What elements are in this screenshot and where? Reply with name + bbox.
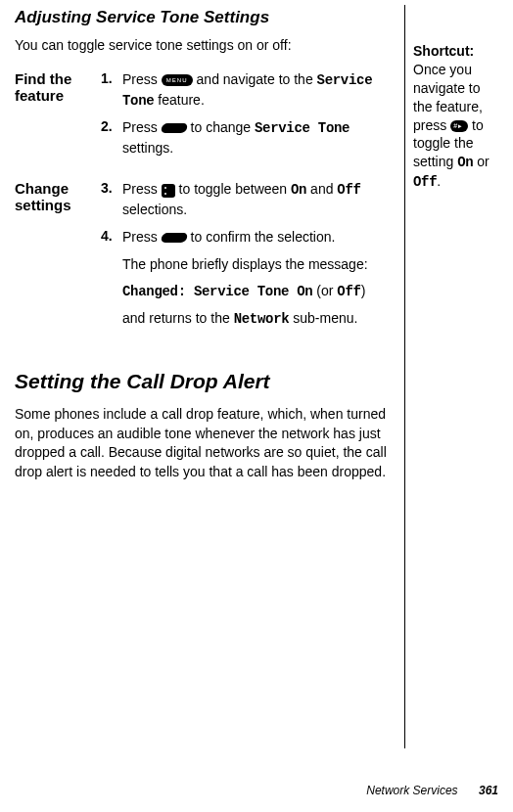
step-1: 1. Press MENU and navigate to the Servic… xyxy=(101,70,390,111)
step-2-num: 2. xyxy=(101,118,122,158)
step-3: 3. Press to toggle between On and Off se… xyxy=(101,180,390,219)
heading-call-drop: Setting the Call Drop Alert xyxy=(15,370,390,393)
shortcut-heading: Shortcut: xyxy=(413,43,474,59)
step-4-text: Press to confirm the selection. xyxy=(122,228,390,248)
change-settings-label: Change settings xyxy=(15,180,101,336)
main-column: Adjusting Service Tone Settings You can … xyxy=(15,8,404,751)
footer-section: Network Services xyxy=(366,784,457,797)
step-3-num: 3. xyxy=(101,180,122,219)
soft-button-icon xyxy=(160,233,188,243)
soft-button-icon xyxy=(160,123,188,133)
footer-page-number: 361 xyxy=(479,784,498,797)
step-2-text: Press to change Service Tone settings. xyxy=(122,118,390,158)
followup-1: The phone briefly displays the message: xyxy=(122,254,390,275)
steps-table: Find the feature 1. Press MENU and navig… xyxy=(15,70,390,336)
followup-2: Changed: Service Tone On (or Off) xyxy=(122,281,390,302)
step-row-change: Change settings 3. Press to toggle betwe… xyxy=(15,180,390,336)
scroll-button-icon xyxy=(162,184,175,198)
heading-adjusting: Adjusting Service Tone Settings xyxy=(15,8,390,27)
menu-button-icon: MENU xyxy=(162,74,193,86)
intro-text: You can toggle service tone settings on … xyxy=(15,37,390,53)
page-footer: Network Services 361 xyxy=(366,784,498,797)
change-settings-content: 3. Press to toggle between On and Off se… xyxy=(101,180,390,336)
followup-3: and returns to the Network sub-menu. xyxy=(122,308,390,330)
step-row-find: Find the feature 1. Press MENU and navig… xyxy=(15,70,390,165)
step-4-num: 4. xyxy=(101,228,122,248)
step-3-text: Press to toggle between On and Off selec… xyxy=(122,180,390,219)
hash-button-icon xyxy=(450,120,468,132)
step-1-text: Press MENU and navigate to the Service T… xyxy=(122,70,390,111)
find-feature-content: 1. Press MENU and navigate to the Servic… xyxy=(101,70,390,165)
step-2: 2. Press to change Service Tone settings… xyxy=(101,118,390,158)
shortcut-column: Shortcut: Once you navigate to the featu… xyxy=(405,8,498,751)
page: Adjusting Service Tone Settings You can … xyxy=(0,0,513,812)
call-drop-paragraph: Some phones include a call drop feature,… xyxy=(15,405,390,481)
shortcut-content: Shortcut: Once you navigate to the featu… xyxy=(413,42,498,192)
content-wrapper: Adjusting Service Tone Settings You can … xyxy=(15,8,498,751)
step-1-num: 1. xyxy=(101,70,122,111)
step-4: 4. Press to confirm the selection. xyxy=(101,228,390,248)
find-feature-label: Find the feature xyxy=(15,70,101,165)
